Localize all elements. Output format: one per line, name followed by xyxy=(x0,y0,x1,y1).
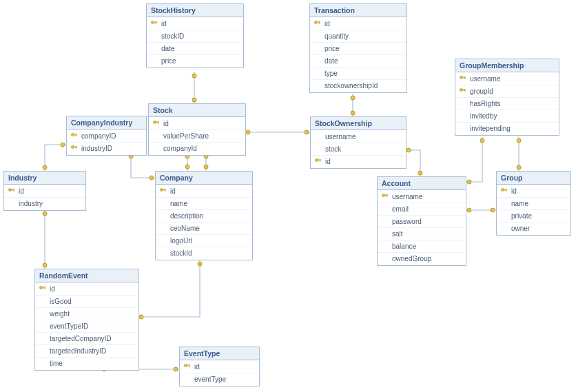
entity-company[interactable]: CompanyidnamedescriptionceoNamelogoUrlst… xyxy=(155,171,253,260)
svg-rect-62 xyxy=(13,189,14,192)
entity-stockownership[interactable]: StockOwnershipusernamestockid xyxy=(310,116,406,169)
blank-icon xyxy=(159,225,167,232)
field-name: password xyxy=(392,218,422,225)
field-name: industryID xyxy=(81,145,112,152)
blank-icon xyxy=(459,100,466,107)
field-name: price xyxy=(161,57,176,65)
entity-field-row: industryID xyxy=(67,143,146,154)
entity-field-row: isGood xyxy=(35,296,138,308)
svg-point-16 xyxy=(150,176,154,180)
svg-rect-47 xyxy=(464,90,465,92)
svg-point-2 xyxy=(192,98,196,102)
field-name: invitedby xyxy=(470,112,497,120)
entity-title: GroupMembership xyxy=(455,59,559,72)
blank-icon xyxy=(159,249,167,257)
field-name: id xyxy=(161,20,167,28)
blank-icon xyxy=(39,298,46,305)
field-name: stockId xyxy=(170,249,192,257)
svg-point-17 xyxy=(61,143,65,147)
field-name: hasRights xyxy=(470,100,500,107)
svg-rect-44 xyxy=(464,77,465,79)
field-name: stock xyxy=(325,145,341,153)
blank-icon xyxy=(459,112,466,120)
entity-field-row: id xyxy=(311,156,406,167)
field-name: eventType xyxy=(194,375,226,383)
svg-point-34 xyxy=(517,165,521,169)
svg-rect-38 xyxy=(156,22,156,24)
entity-field-row: invitedby xyxy=(455,110,559,123)
entity-field-row: stockID xyxy=(147,30,243,43)
field-name: id xyxy=(163,120,169,127)
entity-field-row: id xyxy=(4,185,85,198)
entity-eventtype[interactable]: EventTypeideventType xyxy=(179,347,260,386)
blank-icon xyxy=(381,205,389,213)
entity-body: usernamestockid xyxy=(311,130,406,168)
key-icon xyxy=(152,120,160,127)
entity-group[interactable]: Groupidnameprivateowner xyxy=(496,171,571,236)
entity-field-row: balance xyxy=(378,240,466,253)
entity-field-row: hasRights xyxy=(455,98,559,110)
field-name: id xyxy=(511,187,517,195)
entity-field-row: id xyxy=(35,283,138,296)
key-icon xyxy=(8,187,15,195)
entity-title: CompanyIndustry xyxy=(67,116,146,130)
entity-field-row: id xyxy=(180,361,259,373)
entity-account[interactable]: Accountusernameemailpasswordsaltbalanceo… xyxy=(377,176,466,266)
entity-field-row: stock xyxy=(311,143,406,156)
entity-field-row: groupId xyxy=(455,85,559,98)
entity-field-row: invitepending xyxy=(455,123,559,134)
blank-icon xyxy=(150,45,158,52)
entity-stockhistory[interactable]: StockHistoryidstockIDdateprice xyxy=(146,3,244,68)
svg-rect-77 xyxy=(189,365,189,367)
entity-field-row: stockId xyxy=(156,247,252,259)
entity-transaction[interactable]: Transactionidquantitypricedatetypestocko… xyxy=(309,3,407,93)
entity-field-row: id xyxy=(149,118,245,130)
svg-rect-56 xyxy=(76,147,76,149)
field-name: id xyxy=(325,20,330,28)
field-name: ceoName xyxy=(170,225,200,232)
entity-title: EventType xyxy=(180,347,259,360)
entity-companyindustry[interactable]: CompanyIndustrycompanyIDindustryID xyxy=(66,116,147,156)
entity-field-row: salt xyxy=(378,228,466,240)
entity-field-row: price xyxy=(147,55,243,67)
entity-body: idstockIDdateprice xyxy=(147,17,243,68)
svg-point-4 xyxy=(351,96,355,100)
blank-icon xyxy=(381,230,389,238)
blank-icon xyxy=(39,360,46,367)
entity-field-row: eventTypeID xyxy=(35,320,138,333)
blank-icon xyxy=(150,57,158,65)
blank-icon xyxy=(314,145,322,153)
entity-field-row: industry xyxy=(4,198,85,209)
entity-field-row: username xyxy=(311,131,406,143)
field-name: id xyxy=(170,187,176,195)
entity-field-row: targetedIndustryID xyxy=(35,345,138,358)
key-icon xyxy=(70,132,78,140)
entity-industry[interactable]: Industryidindustry xyxy=(3,171,86,211)
blank-icon xyxy=(39,335,46,342)
key-icon xyxy=(183,363,191,371)
blank-icon xyxy=(500,225,508,232)
blank-icon xyxy=(39,347,46,355)
blank-icon xyxy=(152,132,160,140)
entity-body: idindustry xyxy=(4,185,85,210)
entity-groupmembership[interactable]: GroupMembershipusernamegroupIdhasRightsi… xyxy=(455,59,559,136)
key-icon xyxy=(459,87,466,95)
entity-randomevent[interactable]: RandomEventidisGoodweighteventTypeIDtarg… xyxy=(34,269,139,371)
field-name: groupId xyxy=(470,87,493,95)
svg-point-7 xyxy=(246,130,250,134)
svg-rect-68 xyxy=(387,195,387,197)
blank-icon xyxy=(500,200,508,207)
field-name: salt xyxy=(392,230,403,238)
blank-icon xyxy=(150,32,158,40)
field-name: companyId xyxy=(163,145,197,152)
svg-point-8 xyxy=(305,130,309,134)
entity-stock[interactable]: StockidvaluePerSharecompanyId xyxy=(148,103,246,156)
field-name: weight xyxy=(50,310,70,318)
entity-title: StockOwnership xyxy=(311,117,406,130)
blank-icon xyxy=(313,82,321,90)
entity-field-row: eventType xyxy=(180,373,259,385)
svg-point-31 xyxy=(467,180,471,184)
blank-icon xyxy=(152,145,160,152)
entity-field-row: id xyxy=(156,185,252,198)
field-name: quantity xyxy=(325,32,349,40)
